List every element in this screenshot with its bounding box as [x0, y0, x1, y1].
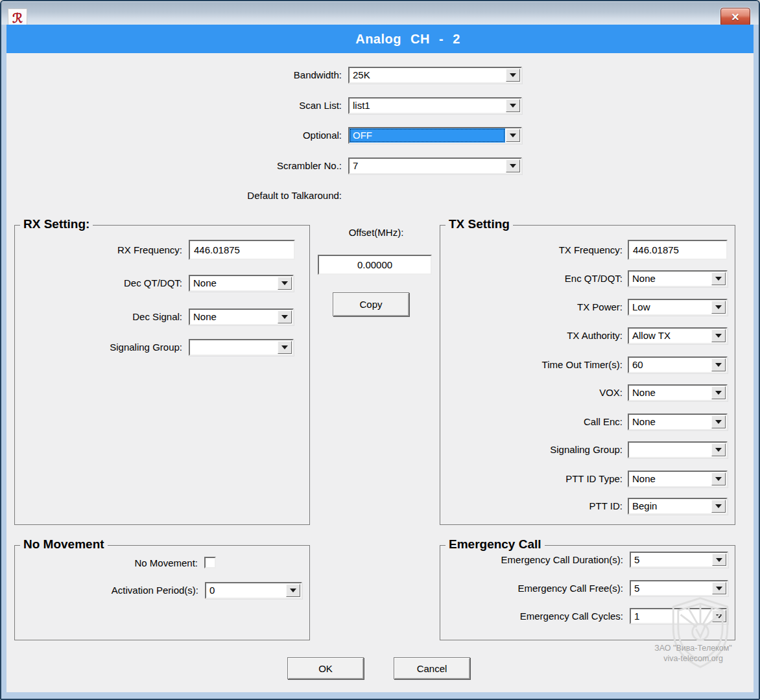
- call-enc-value: None: [629, 415, 711, 429]
- watermark-site: viva-telecom.org: [639, 653, 747, 664]
- tx-signaling-group-label: Signaling Group:: [428, 441, 623, 458]
- activation-period-select[interactable]: 0: [205, 582, 302, 599]
- ptt-id-type-label: PTT ID Type:: [428, 471, 623, 487]
- scan-list-select[interactable]: list1: [348, 97, 522, 114]
- rx-signaling-group-select[interactable]: [189, 339, 294, 356]
- dec-signal-select[interactable]: None: [189, 309, 294, 325]
- tx-signaling-group-value: [629, 443, 711, 457]
- ok-button[interactable]: OK: [287, 657, 364, 679]
- vox-value: None: [629, 386, 711, 400]
- rx-setting-group: RX Setting:: [14, 225, 310, 525]
- watermark-company: ЗАО "Вива-Телеком": [639, 643, 747, 653]
- chevron-down-icon[interactable]: [278, 341, 292, 354]
- chevron-down-icon[interactable]: [506, 69, 520, 82]
- enc-qt-dqt-value: None: [629, 272, 711, 286]
- ok-button-label: OK: [318, 663, 333, 674]
- emergency-cycles-value: 1: [631, 609, 711, 623]
- close-button[interactable]: ✕: [720, 8, 750, 27]
- enc-qt-dqt-label: Enc QT/DQT:: [428, 270, 623, 287]
- optional-value: OFF: [350, 128, 505, 143]
- optional-select[interactable]: OFF: [348, 127, 522, 144]
- chevron-down-icon[interactable]: [711, 472, 726, 485]
- emergency-duration-label: Emergency Call Duration(s):: [428, 552, 623, 568]
- dec-signal-value: None: [190, 310, 277, 324]
- emergency-duration-value: 5: [631, 553, 711, 566]
- tx-signaling-group-select[interactable]: [628, 441, 728, 458]
- ptt-id-type-value: None: [629, 472, 711, 486]
- offset-input[interactable]: [318, 255, 432, 275]
- offset-label: Offset(MHz):: [311, 227, 441, 239]
- ptt-id-select[interactable]: Begin: [628, 498, 728, 515]
- bandwidth-label: Bandwidth:: [169, 67, 342, 84]
- chevron-down-icon[interactable]: [711, 386, 726, 399]
- chevron-down-icon[interactable]: [711, 500, 726, 513]
- tx-authority-select[interactable]: Allow TX: [628, 327, 728, 344]
- tx-authority-label: TX Authority:: [428, 327, 623, 344]
- chevron-down-icon[interactable]: [711, 415, 726, 428]
- chevron-down-icon[interactable]: [711, 301, 726, 314]
- emergency-free-select[interactable]: 5: [630, 580, 728, 596]
- chevron-down-icon[interactable]: [278, 277, 292, 290]
- optional-label: Optional:: [169, 127, 342, 144]
- ptt-id-label: PTT ID:: [428, 498, 623, 515]
- ptt-id-value: Begin: [629, 499, 711, 513]
- copyright-text: COPYRIGHT VIVA-TELECOM, CJSC, Viva-telec…: [19, 677, 227, 692]
- activation-period-value: 0: [206, 583, 285, 598]
- cancel-button-label: Cancel: [417, 663, 447, 674]
- chevron-down-icon[interactable]: [286, 584, 300, 597]
- chevron-down-icon[interactable]: [712, 582, 726, 594]
- enc-qt-dqt-select[interactable]: None: [628, 270, 728, 287]
- talkaround-label: Default to Talkaround:: [169, 190, 342, 202]
- page-title: Analog CH - 2: [355, 32, 460, 47]
- chevron-down-icon[interactable]: [506, 129, 520, 142]
- scan-list-label: Scan List:: [169, 97, 342, 114]
- scrambler-select[interactable]: 7: [348, 158, 522, 174]
- rx-signaling-group-label: Signaling Group:: [26, 339, 182, 356]
- chevron-down-icon[interactable]: [278, 310, 292, 323]
- no-movement-title: No Movement: [20, 537, 108, 552]
- dec-qt-dqt-select[interactable]: None: [189, 275, 294, 292]
- copy-button[interactable]: Copy: [333, 292, 409, 316]
- close-icon: ✕: [731, 12, 739, 23]
- cancel-button[interactable]: Cancel: [394, 657, 470, 679]
- emergency-duration-select[interactable]: 5: [630, 552, 728, 568]
- tx-setting-title: TX Setting: [445, 217, 513, 231]
- call-enc-select[interactable]: None: [628, 414, 728, 430]
- chevron-down-icon[interactable]: [711, 443, 726, 456]
- rx-frequency-label: RX Frequency:: [26, 240, 182, 260]
- dialog-client-area: Analog CH - 2 Bandwidth: 25K Scan List: …: [6, 25, 754, 692]
- tx-frequency-input[interactable]: [628, 240, 728, 260]
- ptt-id-type-select[interactable]: None: [628, 471, 728, 487]
- bandwidth-value: 25K: [350, 68, 505, 82]
- emergency-free-label: Emergency Call Free(s):: [428, 580, 623, 596]
- call-enc-label: Call Enc:: [428, 414, 623, 430]
- dialog-window: ℛ ✕ Analog CH - 2 Bandwidth: 25K Scan Li…: [0, 0, 760, 700]
- chevron-down-icon[interactable]: [712, 554, 726, 566]
- app-icon-glyph: ℛ: [12, 10, 23, 26]
- bandwidth-select[interactable]: 25K: [348, 67, 522, 84]
- vox-select[interactable]: None: [628, 384, 728, 401]
- no-movement-checkbox[interactable]: [204, 557, 216, 568]
- vox-label: VOX:: [428, 384, 623, 401]
- chevron-down-icon[interactable]: [506, 99, 520, 112]
- dec-qt-dqt-value: None: [190, 276, 277, 290]
- emergency-free-value: 5: [631, 581, 711, 595]
- tx-power-label: TX Power:: [428, 299, 623, 316]
- emergency-cycles-label: Emergency Call Cycles:: [428, 608, 623, 624]
- chevron-down-icon[interactable]: [712, 610, 726, 622]
- chevron-down-icon[interactable]: [711, 272, 726, 285]
- tx-power-select[interactable]: Low: [628, 299, 728, 316]
- chevron-down-icon[interactable]: [711, 329, 726, 342]
- dec-signal-label: Dec Signal:: [26, 309, 182, 325]
- rx-frequency-input[interactable]: [189, 240, 295, 260]
- emergency-call-title: Emergency Call: [445, 537, 545, 552]
- chevron-down-icon[interactable]: [711, 358, 726, 371]
- chevron-down-icon[interactable]: [506, 159, 520, 172]
- time-out-timer-value: 60: [629, 358, 711, 372]
- tx-frequency-label: TX Frequency:: [460, 240, 623, 260]
- time-out-timer-select[interactable]: 60: [628, 356, 728, 373]
- emergency-cycles-select[interactable]: 1: [630, 608, 728, 624]
- tx-authority-value: Allow TX: [629, 329, 711, 343]
- title-bar: [1, 1, 759, 25]
- scan-list-value: list1: [350, 99, 505, 113]
